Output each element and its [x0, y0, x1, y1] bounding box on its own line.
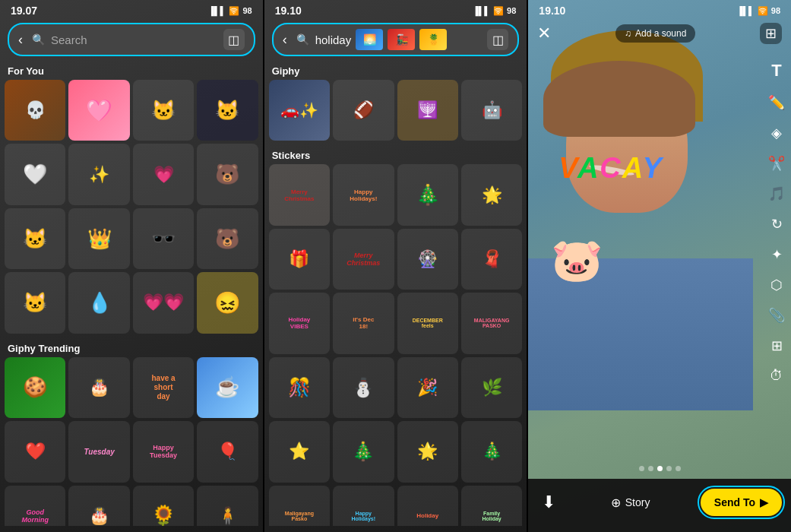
sticker-good-morning[interactable]: GoodMorning [5, 486, 65, 526]
sticker-kitty[interactable]: 🐱 [5, 272, 65, 333]
battery-3: 98 [771, 6, 780, 15]
sticker-hearts2[interactable]: 💗💗 [133, 272, 194, 333]
text-tool-icon[interactable]: T [768, 61, 785, 81]
stk-star3[interactable]: 🌟 [397, 421, 458, 482]
giphy-robot[interactable]: 🤖 [461, 80, 522, 141]
sticker-balloons[interactable]: 🎈 [197, 421, 258, 482]
stk-mug[interactable]: 🧣 [461, 229, 522, 290]
stk-star2[interactable]: ⭐ [269, 421, 330, 482]
rotate-icon[interactable]: ↻ [768, 216, 785, 233]
scissors-icon[interactable]: ✂️ [768, 155, 785, 172]
bottom-bar: ⬇ ⊕ Story Send To ▶ [528, 479, 791, 532]
magic-icon[interactable]: ✦ [768, 246, 785, 263]
sticker-birthday[interactable]: 🎂 [68, 486, 129, 526]
stk-pinecone[interactable]: 🌿 [461, 357, 522, 418]
sticker-happy-tuesday[interactable]: HappyTuesday [133, 421, 194, 482]
search-bar-1[interactable]: ‹ 🔍 ◫ [8, 23, 255, 56]
stk-tree2[interactable]: 🎄 [333, 421, 394, 482]
crop-icon[interactable]: ⊞ [768, 337, 785, 354]
stk-merry-christmas[interactable]: MerryChristmas [269, 164, 330, 225]
timer-icon[interactable]: ⏱ [768, 368, 785, 384]
stk-holiday-vibes[interactable]: HolidayVIBES [269, 293, 330, 353]
sticker-heart-pink[interactable]: 🩷 [68, 80, 129, 141]
sticker-heart-hand[interactable]: ❤️ [5, 421, 65, 482]
stk-happy-holidays[interactable]: HappyHolidays! [333, 164, 394, 225]
stk-snowman[interactable]: ⛄ [333, 357, 394, 418]
sticker-crown[interactable]: 👑 [68, 208, 129, 269]
stk-xmas3[interactable]: 🎄 [461, 421, 522, 482]
story-button[interactable]: ⊕ Story [603, 491, 658, 515]
sticker-emoji-x[interactable]: 😖 [197, 272, 258, 333]
stk-december[interactable]: DECEMBERfeels [397, 293, 458, 353]
dot-3 [657, 466, 663, 471]
progress-dots [528, 466, 791, 471]
sticker-cake[interactable]: 🎂 [68, 357, 129, 418]
phone-2: 19.10 ▐▌▌ 🛜 98 ‹ 🔍 holiday 🌅 🚂 🍍 ◫ Giphy… [264, 0, 527, 532]
pink-cat-sticker[interactable]: 🐷 [551, 236, 603, 285]
sticker-scroll-2[interactable]: Giphy 🚗✨ 🏈 🕎 🤖 Stickers MerryChristmas H… [264, 62, 527, 526]
time-1: 19.07 [11, 5, 37, 17]
giphy-balls[interactable]: 🏈 [333, 80, 394, 141]
dot-5 [676, 466, 681, 471]
more-icon[interactable]: ⊞ [760, 23, 782, 44]
close-button[interactable]: ✕ [537, 24, 551, 43]
stk-ornament2[interactable]: 🎊 [269, 357, 330, 418]
eraser-icon[interactable]: ⬡ [768, 277, 785, 293]
stk-xmas-tree1[interactable]: 🎄 [397, 164, 458, 225]
download-button[interactable]: ⬇ [537, 488, 560, 517]
sticker-cat1[interactable]: 🐱 [133, 80, 194, 141]
sticker-drop[interactable]: 💧 [68, 272, 129, 333]
dot-1 [639, 466, 644, 471]
music-tool-icon[interactable]: 🎵 [768, 185, 785, 202]
vacay-v: V [558, 152, 577, 184]
sticker-panel-icon-2[interactable]: ◫ [487, 29, 508, 50]
sticker-sunglasses[interactable]: 🕶️ [133, 208, 194, 269]
sticker-tool-icon[interactable]: ◈ [768, 125, 785, 141]
sticker-coffee[interactable]: ☕ [197, 357, 258, 418]
sticker-sunflower[interactable]: 🌻 [133, 486, 194, 526]
stk-happy-hols[interactable]: HappyHolidays! [333, 486, 394, 526]
sticker-panel-icon-1[interactable]: ◫ [223, 29, 245, 50]
for-you-grid: 💀 🩷 🐱 🐱 🤍 ✨ 💗 🐻 🐱 👑 🕶️ 🐻 🐱 💧 💗💗 😖 [0, 80, 263, 340]
giphy-car[interactable]: 🚗✨ [269, 80, 330, 141]
sticker-cat2[interactable]: 🐱 [197, 80, 258, 141]
sticker-tuesday[interactable]: Tuesday [68, 421, 129, 482]
chip-2[interactable]: 🚂 [388, 29, 415, 50]
send-to-button[interactable]: Send To ▶ [701, 489, 782, 516]
sticker-person[interactable]: 🧍 [197, 486, 258, 526]
search-input-1[interactable] [51, 33, 217, 46]
sticker-cat3[interactable]: 🐱 [5, 208, 65, 269]
stk-holiday2[interactable]: Holiday [397, 486, 458, 526]
sticker-stars[interactable]: ✨ [68, 144, 129, 204]
sticker-have-day[interactable]: have ashortday [133, 357, 194, 418]
stk-ball2[interactable]: 🎉 [397, 357, 458, 418]
chip-3[interactable]: 🍍 [419, 29, 447, 50]
stk-dec[interactable]: it's Dec18! [333, 293, 394, 353]
sticker-bear[interactable]: 🐻 [197, 144, 258, 204]
search-bar-2[interactable]: ‹ 🔍 holiday 🌅 🚂 🍍 ◫ [272, 23, 520, 56]
stk-ornament1[interactable]: 🎁 [269, 229, 330, 290]
chip-1[interactable]: 🌅 [356, 29, 383, 50]
story-label: Story [625, 496, 650, 508]
vacay-sticker[interactable]: VACAY [558, 152, 663, 185]
stk-ferris[interactable]: 🎡 [397, 229, 458, 290]
sticker-heart-outline[interactable]: 🤍 [5, 144, 65, 204]
stk-pasko[interactable]: MALIGAYANGPASKO [461, 293, 522, 353]
sticker-bear2[interactable]: 🐻 [197, 208, 258, 269]
sticker-hearts[interactable]: 💗 [133, 144, 194, 204]
stk-star1[interactable]: 🌟 [461, 164, 522, 225]
pencil-icon[interactable]: ✏️ [768, 94, 785, 111]
sticker-skeleton[interactable]: 💀 [5, 80, 65, 141]
back-arrow-1[interactable]: ‹ [18, 32, 23, 48]
signal-icon-3: ▐▌▌ [736, 6, 754, 15]
stk-xmas2[interactable]: MerryChristmas [333, 229, 394, 290]
sticker-scroll-1[interactable]: For You 💀 🩷 🐱 🐱 🤍 ✨ 💗 🐻 🐱 👑 🕶️ 🐻 🐱 💧 💗💗 … [0, 62, 263, 526]
status-bar-1: 19.07 ▐▌▌ 🛜 98 [0, 0, 263, 20]
back-arrow-2[interactable]: ‹ [283, 32, 287, 48]
giphy-menorah[interactable]: 🕎 [397, 80, 458, 141]
add-sound-button[interactable]: ♫ Add a sound [615, 24, 695, 43]
link-icon[interactable]: 📎 [768, 307, 785, 324]
stk-family[interactable]: FamilyHoliday [461, 486, 522, 526]
sticker-cookie[interactable]: 🍪 [5, 357, 65, 418]
stk-maligayang[interactable]: MaligayangPasko [269, 486, 330, 526]
